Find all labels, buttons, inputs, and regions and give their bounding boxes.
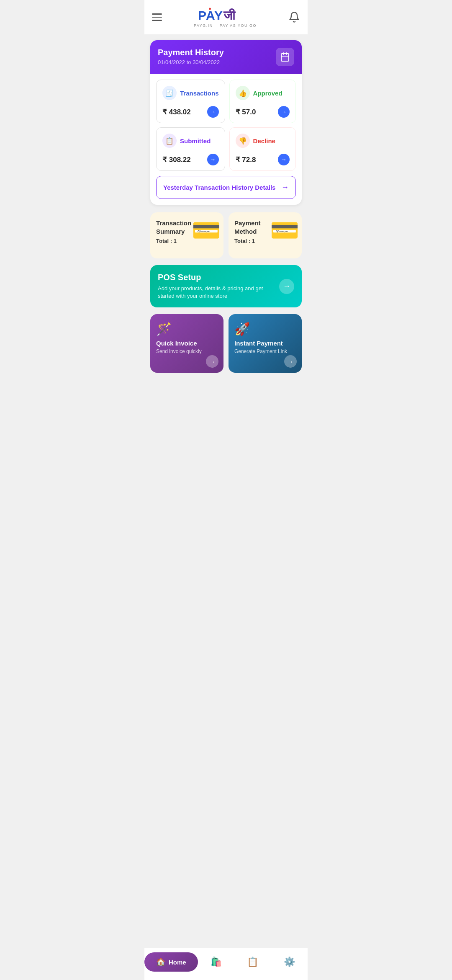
payment-method-icon: 💳 bbox=[270, 217, 299, 244]
instant-payment-arrow[interactable]: → bbox=[284, 355, 297, 368]
stat-card-decline[interactable]: 👎 Decline ₹ 72.8 → bbox=[229, 127, 296, 171]
approved-icon-circle: 👍 bbox=[236, 86, 250, 100]
transactions-amount: ₹ 438.02 bbox=[162, 108, 191, 116]
quick-invoice-icon: 🪄 bbox=[156, 322, 218, 336]
svg-text:जी: जी bbox=[223, 8, 236, 22]
card-header: Payment History 01/04/2022 to 30/04/2022 bbox=[150, 40, 302, 74]
submitted-arrow[interactable]: → bbox=[207, 154, 219, 165]
pos-text-area: POS Setup Add your products, details & p… bbox=[158, 273, 274, 300]
yesterday-transaction-link[interactable]: Yesterday Transaction History Details → bbox=[156, 176, 296, 199]
quick-invoice-arrow[interactable]: → bbox=[206, 355, 218, 368]
decline-icon: 👎 bbox=[239, 137, 247, 145]
svg-text:P: P bbox=[198, 8, 206, 22]
payment-history-date: 01/04/2022 to 30/04/2022 bbox=[158, 59, 224, 65]
stats-grid: 🧾 Transactions ₹ 438.02 → 👍 Approved bbox=[150, 74, 302, 171]
calendar-button[interactable] bbox=[276, 48, 294, 66]
svg-text:A: A bbox=[206, 8, 215, 22]
approved-arrow[interactable]: → bbox=[278, 106, 290, 118]
approved-label: Approved bbox=[253, 90, 282, 97]
quick-invoice-title: Quick Invoice bbox=[156, 340, 218, 347]
decline-label: Decline bbox=[253, 137, 275, 144]
header: P A Y जी PAYG.IN PAY AS YOU GO bbox=[144, 0, 308, 34]
quick-invoice-subtitle: Send invoice quickly bbox=[156, 348, 218, 354]
stat-top-submitted: 📋 Submitted bbox=[162, 134, 219, 148]
transactions-label: Transactions bbox=[180, 90, 219, 97]
stat-top-transactions: 🧾 Transactions bbox=[162, 86, 219, 100]
payment-method-card[interactable]: PaymentMethod Total : 1 💳 bbox=[229, 212, 302, 258]
pos-arrow-button[interactable]: → bbox=[279, 279, 294, 294]
transaction-summary-icon: 💳 bbox=[192, 217, 221, 244]
stat-card-submitted[interactable]: 📋 Submitted ₹ 308.22 → bbox=[156, 127, 225, 171]
main-content: Payment History 01/04/2022 to 30/04/2022… bbox=[144, 34, 308, 421]
card-header-text: Payment History 01/04/2022 to 30/04/2022 bbox=[158, 48, 224, 65]
payment-history-card: Payment History 01/04/2022 to 30/04/2022… bbox=[150, 40, 302, 205]
svg-point-3 bbox=[209, 8, 211, 10]
pos-setup-banner[interactable]: POS Setup Add your products, details & p… bbox=[150, 265, 302, 307]
approved-amount: ₹ 57.0 bbox=[236, 108, 256, 116]
notification-bell[interactable] bbox=[288, 11, 300, 23]
submitted-label: Submitted bbox=[180, 137, 211, 144]
submitted-icon: 📋 bbox=[165, 137, 174, 145]
pos-title: POS Setup bbox=[158, 273, 274, 282]
instant-payment-title: Instant Payment bbox=[234, 340, 296, 347]
app-logo: P A Y जी PAYG.IN PAY AS YOU GO bbox=[194, 7, 257, 28]
stat-card-transactions[interactable]: 🧾 Transactions ₹ 438.02 → bbox=[156, 80, 225, 123]
decline-icon-circle: 👎 bbox=[236, 134, 250, 148]
yesterday-arrow-icon: → bbox=[281, 183, 289, 192]
hamburger-menu[interactable] bbox=[152, 13, 162, 21]
decline-amount: ₹ 72.8 bbox=[236, 155, 256, 164]
svg-rect-5 bbox=[281, 54, 289, 61]
stat-bottom-submitted: ₹ 308.22 → bbox=[162, 154, 219, 165]
payment-history-title: Payment History bbox=[158, 48, 224, 57]
approved-icon: 👍 bbox=[239, 89, 247, 97]
pos-description: Add your products, details & pricing and… bbox=[158, 285, 274, 300]
yesterday-link-text: Yesterday Transaction History Details bbox=[163, 184, 275, 191]
submitted-icon-circle: 📋 bbox=[162, 134, 177, 148]
stat-bottom-decline: ₹ 72.8 → bbox=[236, 154, 290, 165]
svg-text:Y: Y bbox=[214, 8, 223, 22]
instant-payment-icon: 🚀 bbox=[234, 322, 296, 336]
summary-row: TransactionSummary Total : 1 💳 PaymentMe… bbox=[150, 212, 302, 258]
instant-payment-card[interactable]: 🚀 Instant Payment Generate Payment Link … bbox=[229, 314, 302, 373]
logo-svg: P A Y जी bbox=[198, 7, 252, 25]
stat-top-decline: 👎 Decline bbox=[236, 134, 290, 148]
stat-bottom-approved: ₹ 57.0 → bbox=[236, 106, 290, 118]
transaction-summary-card[interactable]: TransactionSummary Total : 1 💳 bbox=[150, 212, 223, 258]
logo-subtitle: PAYG.IN PAY AS YOU GO bbox=[194, 23, 257, 28]
submitted-amount: ₹ 308.22 bbox=[162, 155, 191, 164]
quick-invoice-card[interactable]: 🪄 Quick Invoice Send invoice quickly → bbox=[150, 314, 223, 373]
calendar-icon bbox=[280, 52, 290, 62]
action-row: 🪄 Quick Invoice Send invoice quickly → 🚀… bbox=[150, 314, 302, 373]
stat-bottom-transactions: ₹ 438.02 → bbox=[162, 106, 219, 118]
decline-arrow[interactable]: → bbox=[278, 154, 290, 165]
instant-payment-subtitle: Generate Payment Link bbox=[234, 348, 296, 354]
stat-card-approved[interactable]: 👍 Approved ₹ 57.0 → bbox=[229, 80, 296, 123]
transactions-icon-circle: 🧾 bbox=[162, 86, 177, 100]
transactions-icon: 🧾 bbox=[165, 89, 174, 97]
stat-top-approved: 👍 Approved bbox=[236, 86, 290, 100]
transactions-arrow[interactable]: → bbox=[207, 106, 219, 118]
